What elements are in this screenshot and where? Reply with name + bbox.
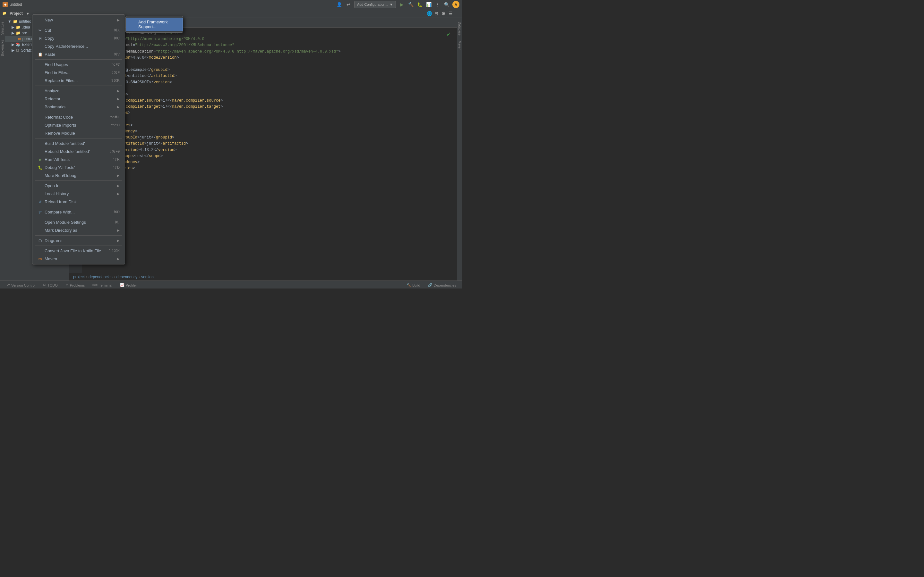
maven-pom-icon: m bbox=[18, 37, 21, 41]
dependencies-tab[interactable]: 🔗 Dependencies bbox=[425, 282, 459, 289]
menu-sep-2 bbox=[35, 59, 122, 60]
more-run-arrow-icon: ▶ bbox=[117, 174, 120, 177]
add-configuration-button[interactable]: Add Configuration... ▼ bbox=[354, 1, 396, 8]
menu-item-module-settings[interactable]: Open Module Settings ⌘↓ bbox=[32, 218, 125, 226]
menu-item-cut[interactable]: ✂ Cut ⌘X bbox=[32, 26, 125, 34]
menu-item-local-history[interactable]: Local History ▶ bbox=[32, 190, 125, 198]
panel-toggle-icon[interactable]: ▾ bbox=[25, 10, 31, 17]
menu-item-copy[interactable]: ⎘ Copy ⌘C bbox=[32, 34, 125, 42]
profiler-tab[interactable]: 📈 Profiler bbox=[117, 282, 140, 289]
project-structure-icon[interactable]: 📁 bbox=[1, 10, 8, 17]
search-everywhere-icon[interactable]: 🔍 bbox=[443, 1, 450, 8]
mark-dir-arrow-icon: ▶ bbox=[117, 229, 120, 232]
menu-item-optimize-imports[interactable]: Optimize Imports ^⌥O bbox=[32, 121, 125, 129]
menu-item-analyze[interactable]: Analyze ▶ bbox=[32, 87, 125, 95]
run-icon[interactable]: ▶ bbox=[399, 1, 405, 8]
replace-in-files-label: Replace in Files... bbox=[45, 78, 109, 83]
menu-item-compare-with[interactable]: ⇄ Compare With... ⌘D bbox=[32, 208, 125, 216]
menu-sep-4 bbox=[35, 112, 122, 112]
breadcrumb-sep-3: › bbox=[139, 275, 140, 279]
code-content[interactable]: <?xml version="1.0" encoding="UTF-8"?> <… bbox=[87, 27, 457, 273]
maven-arrow-icon: ▶ bbox=[117, 257, 120, 261]
menu-item-run-tests[interactable]: ▶ Run 'All Tests' ^⇧R bbox=[32, 155, 125, 163]
menu-item-debug-tests[interactable]: 🐛 Debug 'All Tests' ^⇧D bbox=[32, 163, 125, 171]
breadcrumb-dependency[interactable]: dependency bbox=[116, 275, 137, 279]
cut-icon: ✂ bbox=[37, 28, 43, 33]
menu-item-reformat[interactable]: Reformat Code ⌥⌘L bbox=[32, 113, 125, 121]
replace-shortcut: ⇧⌘R bbox=[111, 79, 120, 83]
coverage-icon[interactable]: 📊 bbox=[425, 1, 432, 8]
menu-item-refactor[interactable]: Refactor ▶ bbox=[32, 95, 125, 103]
user-profile-icon[interactable]: 👤 bbox=[336, 1, 342, 8]
paste-label: Paste bbox=[45, 52, 112, 57]
menu-item-copy-path[interactable]: Copy Path/Reference... bbox=[32, 42, 125, 50]
breadcrumb-dependencies[interactable]: dependencies bbox=[89, 275, 113, 279]
menu-item-diagrams[interactable]: ⬡ Diagrams ▶ bbox=[32, 237, 125, 245]
collapse-all-icon[interactable]: ⊟ bbox=[433, 10, 439, 17]
open-in-label: Open In bbox=[45, 183, 115, 188]
scratch-expand-icon: ▶ bbox=[11, 48, 15, 53]
menu-item-bookmarks[interactable]: Bookmarks ▶ bbox=[32, 103, 125, 111]
convert-kotlin-shortcut: ⌃⇧⌘K bbox=[108, 249, 120, 253]
minimize-panel-icon[interactable]: — bbox=[454, 10, 461, 17]
dropdown-arrow-icon: ▼ bbox=[389, 3, 393, 6]
menu-item-find-usages[interactable]: Find Usages ⌥F7 bbox=[32, 61, 125, 69]
menu-item-build-module[interactable]: Build Module 'untitled' bbox=[32, 139, 125, 147]
menu-sep-3 bbox=[35, 85, 122, 86]
todo-tab[interactable]: ☑ TODO bbox=[40, 282, 61, 289]
debug-icon[interactable]: 🐛 bbox=[417, 1, 423, 8]
menu-item-mark-directory[interactable]: Mark Directory as ▶ bbox=[32, 226, 125, 234]
version-control-tab[interactable]: ⎇ Version Control bbox=[3, 282, 39, 289]
menu-item-reload[interactable]: ↺ Reload from Disk bbox=[32, 198, 125, 206]
debug-tests-icon: 🐛 bbox=[37, 165, 43, 170]
menu-item-replace-in-files[interactable]: Replace in Files... ⇧⌘R bbox=[32, 77, 125, 85]
right-tab-database[interactable]: Database bbox=[457, 19, 462, 38]
submenu-add-framework[interactable]: Add Framework Support... bbox=[126, 18, 183, 31]
build-icon[interactable]: 🔨 bbox=[407, 1, 414, 8]
analyze-label: Analyze bbox=[45, 89, 115, 93]
avatar[interactable]: A bbox=[452, 1, 459, 8]
right-tab-maven[interactable]: Maven bbox=[457, 38, 462, 53]
debug-tests-shortcut: ^⇧D bbox=[113, 165, 120, 169]
breadcrumb-project[interactable]: project bbox=[73, 275, 85, 279]
project-label: Project bbox=[8, 11, 24, 16]
menu-sep-8 bbox=[35, 217, 122, 218]
menu-item-maven[interactable]: m Maven ▶ bbox=[32, 255, 125, 263]
menu-item-new[interactable]: New ▶ Add Framework Support... bbox=[32, 16, 125, 24]
menu-item-more-run[interactable]: More Run/Debug ▶ bbox=[32, 171, 125, 179]
external-expand-icon: ▶ bbox=[11, 42, 15, 47]
maven-label: Maven bbox=[45, 256, 115, 261]
todo-icon: ☑ bbox=[43, 283, 46, 287]
src-label: src bbox=[22, 31, 27, 35]
cut-shortcut: ⌘X bbox=[114, 28, 120, 32]
build-tab[interactable]: 🔨 Build bbox=[403, 282, 423, 289]
context-menu: New ▶ Add Framework Support... ✂ Cut ⌘X … bbox=[32, 15, 125, 264]
more-actions-icon[interactable]: ⋮ bbox=[435, 1, 441, 8]
more-tabs-icon[interactable]: ⋮ bbox=[451, 21, 457, 27]
menu-item-open-in[interactable]: Open In ▶ bbox=[32, 182, 125, 190]
menu-item-remove-module[interactable]: Remove Module bbox=[32, 129, 125, 137]
sidebar-tab-structure[interactable]: Structure bbox=[0, 19, 5, 37]
title-bar-right: 👤 ↩ Add Configuration... ▼ ▶ 🔨 🐛 📊 ⋮ 🔍 A bbox=[336, 1, 459, 8]
problems-icon: ⚠ bbox=[65, 283, 69, 287]
vc-icon: ⎇ bbox=[6, 283, 10, 287]
reformat-label: Reformat Code bbox=[45, 115, 108, 119]
back-icon[interactable]: ↩ bbox=[345, 1, 352, 8]
breadcrumb-sep-1: › bbox=[86, 275, 87, 279]
convert-kotlin-label: Convert Java File to Kotlin File bbox=[45, 248, 106, 253]
problems-tab[interactable]: ⚠ Problems bbox=[62, 282, 88, 289]
filter-icon[interactable]: ⚙ bbox=[440, 10, 447, 17]
settings-panel-icon[interactable]: ☰ bbox=[447, 10, 454, 17]
menu-item-rebuild-module[interactable]: Rebuild Module 'untitled' ⇧⌘F9 bbox=[32, 147, 125, 155]
paste-shortcut: ⌘V bbox=[114, 52, 120, 56]
menu-item-find-in-files[interactable]: Find in Files... ⇧⌘F bbox=[32, 69, 125, 77]
navigate-world-icon[interactable]: 🌐 bbox=[426, 10, 433, 17]
code-editor[interactable]: ✓ 12345 678910 1112131415 1617181920 212… bbox=[69, 27, 457, 273]
menu-item-paste[interactable]: 📋 Paste ⌘V bbox=[32, 50, 125, 58]
rebuild-shortcut: ⇧⌘F9 bbox=[109, 149, 120, 153]
sidebar-tab-bookmarks[interactable]: Bookmarks bbox=[0, 37, 5, 59]
module-settings-label: Open Module Settings bbox=[45, 220, 113, 225]
breadcrumb-version[interactable]: version bbox=[141, 275, 153, 279]
terminal-tab[interactable]: ⌨ Terminal bbox=[89, 282, 115, 289]
menu-item-convert-kotlin[interactable]: Convert Java File to Kotlin File ⌃⇧⌘K bbox=[32, 247, 125, 255]
